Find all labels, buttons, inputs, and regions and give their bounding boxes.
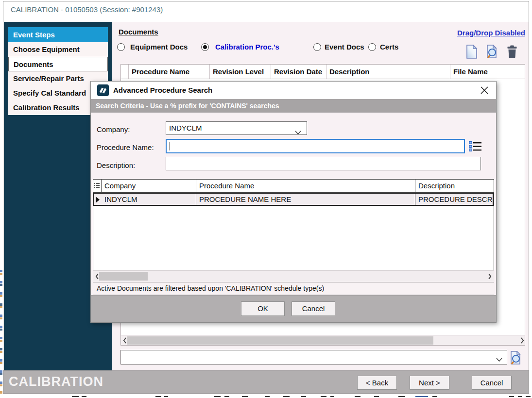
- dialog-footer: OK Cancel: [91, 295, 496, 322]
- radio-calibration-procs[interactable]: [201, 43, 209, 51]
- company-label: Company:: [97, 125, 130, 133]
- footer-brand: CALIBRATION: [9, 374, 103, 389]
- radio-certs-label[interactable]: Certs: [380, 43, 398, 51]
- dialog-close-icon[interactable]: [480, 86, 489, 97]
- scroll-right-icon[interactable]: [520, 337, 525, 344]
- main-table-col-revision-date[interactable]: Revision Date: [271, 65, 326, 79]
- grid-row-selected[interactable]: INDYCLM PROCEDURE NAME HERE PROCEDURE DE…: [93, 193, 494, 206]
- radio-equipment-docs-label[interactable]: Equipment Docs: [130, 43, 188, 51]
- company-select[interactable]: INDYCLM: [166, 121, 307, 135]
- sidebar-item-documents[interactable]: Documents: [8, 57, 108, 71]
- preview-document-icon[interactable]: [486, 45, 499, 61]
- dialog-results-grid: Company Procedure Name Description INDYC…: [93, 179, 494, 270]
- radio-event-docs[interactable]: [313, 43, 321, 51]
- list-lookup-icon[interactable]: [469, 141, 481, 154]
- main-table-col-description[interactable]: Description: [326, 65, 450, 79]
- cancel-button[interactable]: Cancel: [472, 376, 512, 390]
- event-steps-header: Event Steps: [8, 27, 108, 42]
- description-input[interactable]: [166, 157, 481, 170]
- footer-bar: CALIBRATION < Back Next > Cancel: [3, 370, 529, 394]
- next-button[interactable]: Next >: [410, 376, 449, 390]
- radio-calibration-procs-label[interactable]: Calibration Proc.'s: [215, 43, 279, 51]
- grid-cell-company[interactable]: INDYCLM: [102, 194, 196, 205]
- radio-equipment-docs[interactable]: [117, 43, 125, 51]
- window-title: CALIBRATION - 01050503 (Session: #901243…: [11, 5, 163, 14]
- radio-event-docs-label[interactable]: Event Docs: [325, 43, 364, 51]
- dialog-hscrollbar[interactable]: [93, 270, 494, 282]
- text-caret: [170, 142, 170, 150]
- main-table-col-procedure-name[interactable]: Procedure Name: [129, 65, 210, 79]
- advanced-procedure-search-dialog: Advanced Procedure Search Search Criteri…: [90, 81, 497, 323]
- combo-search-icon[interactable]: [510, 351, 523, 367]
- main-table-col-file-name[interactable]: File Name: [450, 65, 525, 79]
- dialog-status-text: Active Documents are filtered based upon…: [93, 282, 494, 295]
- dialog-scrollbar-thumb[interactable]: [99, 272, 148, 281]
- scroll-right-icon[interactable]: [487, 273, 492, 280]
- dialog-titlebar[interactable]: Advanced Procedure Search: [91, 82, 496, 99]
- scroll-left-icon[interactable]: [122, 337, 127, 344]
- procedure-name-input[interactable]: [166, 139, 465, 153]
- chevron-down-icon[interactable]: [496, 355, 502, 364]
- grid-cell-description[interactable]: PROCEDURE DESCRIP: [415, 194, 493, 205]
- dragdrop-link[interactable]: Drag/Drop Disabled: [457, 29, 525, 37]
- grid-col-procedure-name[interactable]: Procedure Name: [196, 180, 415, 193]
- radio-certs[interactable]: [368, 43, 376, 51]
- new-document-icon[interactable]: [465, 45, 478, 61]
- main-scrollbar-thumb[interactable]: [127, 336, 433, 345]
- main-table-selector-header: [121, 65, 129, 79]
- main-table-col-revision-level[interactable]: Revision Level: [210, 65, 271, 79]
- dialog-logo-icon: [97, 84, 109, 98]
- sidebar-item-choose-equipment[interactable]: Choose Equipment: [8, 42, 108, 57]
- dialog-title: Advanced Procedure Search: [113, 86, 212, 94]
- grid-cell-procedure-name[interactable]: PROCEDURE NAME HERE: [196, 194, 415, 205]
- delete-icon[interactable]: [506, 45, 518, 61]
- document-combo[interactable]: [120, 350, 507, 365]
- documents-heading: Documents: [119, 28, 158, 36]
- grid-col-company[interactable]: Company: [102, 180, 196, 193]
- search-criteria-header: Search Criteria - Use a % prefix for 'CO…: [91, 99, 496, 113]
- back-button[interactable]: < Back: [357, 376, 397, 390]
- ok-button[interactable]: OK: [241, 301, 285, 316]
- description-label: Description:: [97, 161, 135, 169]
- procedure-name-label: Procedure Name:: [97, 143, 154, 151]
- chevron-down-icon[interactable]: [295, 126, 301, 139]
- dialog-cancel-button[interactable]: Cancel: [292, 301, 335, 316]
- grid-selector-header: [93, 180, 102, 193]
- row-marker-icon: [96, 196, 100, 205]
- main-table-hscrollbar[interactable]: [121, 335, 525, 345]
- grid-col-description[interactable]: Description: [415, 180, 494, 193]
